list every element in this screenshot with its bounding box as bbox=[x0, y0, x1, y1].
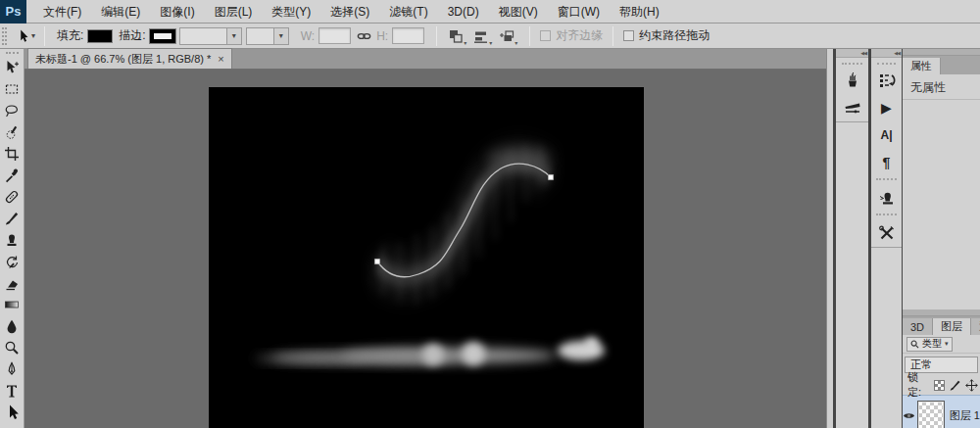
tool-presets-panel-button[interactable] bbox=[871, 219, 902, 247]
tab-3d[interactable]: 3D bbox=[903, 318, 933, 335]
tab-channels[interactable]: 通道 bbox=[971, 318, 980, 335]
collapse-dock-button[interactable]: ◀◀ bbox=[836, 49, 868, 58]
tab-properties[interactable]: 属性 bbox=[903, 58, 941, 74]
width-input[interactable] bbox=[318, 27, 351, 44]
constrain-path-dragging-checkbox[interactable] bbox=[623, 30, 634, 41]
character-panel-button[interactable]: A| bbox=[871, 121, 902, 149]
canvas[interactable] bbox=[209, 87, 644, 428]
menu-item-select[interactable]: 选择(S) bbox=[320, 0, 379, 24]
menu-item-edit[interactable]: 编辑(E) bbox=[91, 0, 150, 24]
options-bar-grip[interactable] bbox=[2, 27, 7, 45]
tool-eraser[interactable] bbox=[0, 272, 24, 294]
tool-quick-selection[interactable] bbox=[0, 121, 24, 143]
tool-blur[interactable] bbox=[0, 315, 24, 337]
brush-icon bbox=[4, 211, 20, 226]
canvas-pasteboard[interactable] bbox=[24, 70, 826, 428]
tool-eyedropper[interactable] bbox=[0, 165, 24, 186]
stroke-width-select[interactable]: ▾ bbox=[179, 27, 242, 45]
tool-crop[interactable] bbox=[0, 143, 24, 165]
tool-type[interactable] bbox=[0, 380, 24, 402]
tool-rectangular-marquee[interactable] bbox=[0, 78, 24, 100]
eyedropper-icon bbox=[4, 167, 20, 183]
dock-grip[interactable] bbox=[842, 60, 862, 65]
clone-source-panel-button[interactable] bbox=[871, 184, 902, 212]
menu-item-filter[interactable]: 滤镜(T) bbox=[379, 0, 437, 24]
paragraph-panel-button[interactable]: ¶ bbox=[871, 149, 902, 176]
lock-position-move-icon bbox=[965, 379, 978, 392]
chevron-down-icon: ▾ bbox=[514, 39, 517, 46]
tool-gradient[interactable] bbox=[0, 294, 24, 315]
path-arrangement-icon bbox=[499, 28, 514, 44]
chevron-down-icon: ▾ bbox=[464, 39, 466, 46]
layer-thumbnail[interactable] bbox=[917, 401, 944, 428]
path-arrangement-button[interactable]: ▾ bbox=[496, 26, 517, 46]
layer-filter-type-select[interactable]: 类型 ▾ bbox=[906, 337, 953, 352]
height-label: H: bbox=[376, 29, 388, 43]
menu-item-image[interactable]: 图像(I) bbox=[150, 0, 204, 24]
width-label: W: bbox=[301, 29, 315, 43]
tool-spot-healing-brush[interactable] bbox=[0, 186, 24, 208]
panel-group-chrome[interactable] bbox=[903, 49, 980, 56]
link-dimensions-button[interactable] bbox=[353, 26, 374, 46]
tools-panel-grip[interactable] bbox=[6, 52, 19, 56]
menu-item-view[interactable]: 视图(V) bbox=[489, 0, 548, 24]
lock-pixels-button[interactable] bbox=[949, 379, 961, 392]
path-alignment-button[interactable]: ▾ bbox=[470, 26, 492, 46]
options-bar: ▾ 填充: 描边: ▾ ▾ W: H: ▾ ▾ bbox=[0, 24, 980, 49]
tool-clone-stamp[interactable] bbox=[0, 229, 24, 251]
dock-grip[interactable] bbox=[876, 214, 897, 217]
tool-preset-picker[interactable]: ▾ bbox=[13, 26, 38, 45]
dock-grip[interactable] bbox=[876, 178, 897, 182]
menu-item-layer[interactable]: 图层(L) bbox=[205, 0, 263, 24]
document-tab[interactable]: 未标题-1 @ 66.7% (图层 1, RGB/8) * × bbox=[27, 48, 232, 69]
chevron-down-icon[interactable]: ▾ bbox=[226, 28, 241, 44]
tool-path-selection[interactable] bbox=[0, 402, 24, 423]
stroke-label: 描边: bbox=[119, 27, 145, 44]
divider bbox=[836, 121, 868, 122]
tool-lasso[interactable] bbox=[0, 100, 24, 121]
chevron-down-icon[interactable]: ▾ bbox=[273, 28, 288, 44]
path-operations-button[interactable]: ▾ bbox=[445, 26, 466, 46]
tool-brush[interactable] bbox=[0, 208, 24, 229]
brush-panel-button[interactable] bbox=[836, 94, 868, 121]
path-anchor-start[interactable] bbox=[374, 259, 380, 264]
gradient-icon bbox=[4, 297, 20, 312]
chevron-down-icon: ▾ bbox=[489, 39, 492, 46]
fill-label: 填充: bbox=[57, 27, 83, 44]
menu-item-file[interactable]: 文件(F) bbox=[33, 0, 91, 24]
lock-transparency-button[interactable] bbox=[934, 380, 945, 391]
menu-item-help[interactable]: 帮助(H) bbox=[610, 0, 669, 24]
tool-dodge[interactable] bbox=[0, 337, 24, 358]
history-panel-button[interactable] bbox=[871, 67, 902, 94]
menu-item-window[interactable]: 窗口(W) bbox=[548, 0, 610, 24]
panel-group-chrome[interactable] bbox=[903, 309, 980, 316]
lock-position-button[interactable] bbox=[965, 379, 978, 392]
collapse-dock-button[interactable]: ◀◀ bbox=[871, 49, 902, 58]
tool-pen[interactable] bbox=[0, 358, 24, 380]
tab-layers[interactable]: 图层 bbox=[933, 318, 971, 335]
eye-icon bbox=[903, 411, 915, 420]
close-icon[interactable]: × bbox=[218, 53, 223, 65]
vertical-scrollbar[interactable] bbox=[826, 49, 833, 428]
height-input[interactable] bbox=[392, 27, 424, 44]
menu-item-type[interactable]: 类型(Y) bbox=[262, 0, 320, 24]
align-edges-checkbox[interactable] bbox=[540, 30, 551, 41]
path-anchor-end[interactable] bbox=[548, 174, 554, 180]
layer-visibility-toggle[interactable] bbox=[903, 411, 915, 420]
type-icon bbox=[4, 383, 20, 399]
brush-presets-panel-button[interactable] bbox=[836, 67, 868, 94]
dock-grip[interactable] bbox=[877, 60, 896, 65]
tool-move[interactable] bbox=[0, 57, 24, 78]
healing-brush-icon bbox=[4, 189, 20, 205]
dock-column-panels: ◀◀ ▶ A| ¶ bbox=[871, 49, 902, 428]
path-selection-arrow-icon bbox=[16, 28, 29, 43]
fill-swatch[interactable] bbox=[87, 29, 113, 43]
actions-panel-button[interactable]: ▶ bbox=[871, 94, 902, 121]
stroke-swatch[interactable] bbox=[150, 29, 175, 43]
move-tool-icon bbox=[4, 60, 20, 75]
stroke-type-select[interactable]: ▾ bbox=[246, 27, 289, 45]
layer-row-selected[interactable]: 图层 1 bbox=[903, 395, 980, 428]
canvas-image bbox=[209, 87, 644, 428]
menu-item-3d[interactable]: 3D(D) bbox=[438, 0, 489, 24]
tool-history-brush[interactable] bbox=[0, 251, 24, 272]
